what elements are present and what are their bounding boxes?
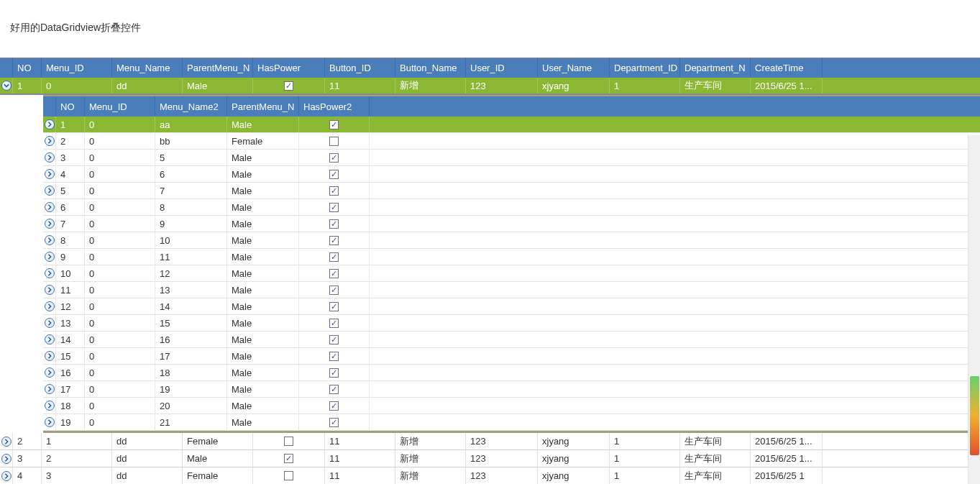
cell-parentmenu-n[interactable]: Female [183, 433, 253, 449]
cell-parentmenu-n[interactable]: Female [227, 133, 299, 149]
cell-parentmenu-n[interactable]: Male [227, 117, 299, 132]
checkbox-icon[interactable] [284, 437, 293, 446]
cell-haspower2[interactable] [299, 166, 370, 182]
checkbox-icon[interactable] [329, 352, 339, 361]
col-haspower2[interactable]: HasPower2 [299, 96, 370, 117]
row-expander[interactable] [43, 365, 56, 380]
cell-menu-name2[interactable]: 11 [155, 249, 227, 265]
cell-parentmenu-n[interactable]: Male [227, 365, 299, 380]
checkbox-icon[interactable] [329, 385, 339, 394]
cell-parentmenu-n[interactable]: Male [183, 78, 253, 93]
cell-menu-id[interactable]: 0 [85, 183, 155, 198]
col-button-name[interactable]: Button_Name [395, 58, 466, 78]
cell-haspower2[interactable] [299, 332, 370, 347]
chevron-right-icon[interactable] [45, 417, 55, 427]
cell-user-id[interactable]: 123 [466, 467, 538, 484]
cell-haspower2[interactable] [299, 414, 370, 430]
cell-menu-name2[interactable]: aa [155, 117, 227, 132]
col-no[interactable]: NO [56, 96, 85, 117]
row-expander[interactable] [43, 282, 56, 298]
cell-department-n[interactable]: 生产车间 [680, 78, 751, 93]
cell-menu-name2[interactable]: 8 [155, 199, 227, 215]
checkbox-icon[interactable] [329, 302, 339, 311]
cell-department-id[interactable]: 1 [610, 433, 680, 449]
cell-menu-name2[interactable]: bb [155, 133, 227, 149]
col-button-id[interactable]: Button_ID [325, 58, 395, 78]
chevron-right-icon[interactable] [45, 301, 55, 311]
cell-menu-id[interactable]: 0 [85, 414, 155, 430]
cell-menu-id[interactable]: 0 [85, 133, 155, 149]
cell-menu-name2[interactable]: 9 [155, 216, 227, 232]
cell-menu-name2[interactable]: 5 [155, 150, 227, 165]
cell-user-id[interactable]: 123 [466, 78, 538, 93]
checkbox-icon[interactable] [329, 269, 339, 278]
cell-menu-id[interactable]: 0 [85, 348, 155, 364]
cell-button-name[interactable]: 新增 [395, 433, 466, 449]
row-expander[interactable] [43, 150, 56, 165]
col-no[interactable]: NO [13, 58, 42, 78]
cell-menu-name[interactable]: dd [112, 450, 183, 467]
row-expander[interactable] [43, 183, 56, 198]
chevron-right-icon[interactable] [45, 252, 55, 262]
cell-no[interactable]: 4 [13, 467, 42, 484]
child-row[interactable]: 13 0 15 Male [43, 315, 980, 332]
chevron-right-icon[interactable] [45, 285, 55, 295]
checkbox-icon[interactable] [329, 170, 339, 179]
cell-menu-id[interactable]: 0 [85, 249, 155, 265]
cell-parentmenu-n[interactable]: Male [227, 265, 299, 281]
cell-parentmenu-n[interactable]: Male [227, 232, 299, 248]
cell-menu-name2[interactable]: 13 [155, 282, 227, 298]
cell-no[interactable]: 11 [56, 282, 85, 298]
cell-menu-name2[interactable]: 20 [155, 398, 227, 414]
col-createtime[interactable]: CreateTime [751, 58, 823, 78]
cell-menu-name2[interactable]: 21 [155, 414, 227, 430]
child-row[interactable]: 5 0 7 Male [43, 183, 980, 199]
cell-haspower2[interactable] [299, 365, 370, 380]
cell-parentmenu-n[interactable]: Male [227, 216, 299, 232]
child-row[interactable]: 11 0 13 Male [43, 282, 980, 298]
chevron-right-icon[interactable] [45, 318, 55, 328]
col-menu-id[interactable]: Menu_ID [85, 96, 155, 117]
row-expander[interactable] [43, 381, 56, 397]
checkbox-icon[interactable] [329, 203, 339, 212]
cell-menu-name2[interactable]: 17 [155, 348, 227, 364]
row-expander[interactable] [43, 199, 56, 215]
chevron-right-icon[interactable] [45, 186, 55, 196]
child-row[interactable]: 7 0 9 Male [43, 216, 980, 232]
checkbox-icon[interactable] [329, 319, 339, 328]
row-expander[interactable] [43, 117, 56, 132]
cell-parentmenu-n[interactable]: Female [183, 467, 253, 484]
col-haspower[interactable]: HasPower [253, 58, 325, 78]
child-row[interactable]: 8 0 10 Male [43, 232, 980, 249]
checkbox-icon[interactable] [329, 335, 339, 344]
cell-no[interactable]: 9 [56, 249, 85, 265]
checkbox-icon[interactable] [329, 236, 339, 245]
cell-menu-name2[interactable]: 18 [155, 365, 227, 380]
col-parentmenu-n[interactable]: ParentMenu_N [183, 58, 253, 78]
cell-parentmenu-n[interactable]: Male [227, 414, 299, 430]
cell-menu-id[interactable]: 0 [85, 216, 155, 232]
cell-menu-name[interactable]: dd [112, 467, 183, 484]
col-department-n[interactable]: Department_N [680, 58, 751, 78]
cell-haspower[interactable] [253, 433, 325, 449]
cell-no[interactable]: 2 [56, 133, 85, 149]
cell-menu-name2[interactable]: 6 [155, 166, 227, 182]
cell-no[interactable]: 14 [56, 332, 85, 347]
cell-menu-name2[interactable]: 14 [155, 298, 227, 314]
cell-menu-id[interactable]: 0 [85, 398, 155, 414]
chevron-right-icon[interactable] [45, 367, 55, 378]
cell-menu-name2[interactable]: 15 [155, 315, 227, 331]
col-parentmenu-n[interactable]: ParentMenu_N [227, 96, 299, 117]
cell-parentmenu-n[interactable]: Male [227, 183, 299, 198]
col-menu-id[interactable]: Menu_ID [42, 58, 112, 78]
cell-menu-id[interactable]: 0 [85, 199, 155, 215]
cell-haspower2[interactable] [299, 150, 370, 165]
cell-parentmenu-n[interactable]: Male [227, 150, 299, 165]
cell-department-id[interactable]: 1 [610, 78, 680, 93]
col-user-name[interactable]: User_Name [538, 58, 610, 78]
child-row[interactable]: 9 0 11 Male [43, 249, 980, 265]
cell-button-id[interactable]: 11 [325, 450, 395, 467]
cell-menu-id[interactable]: 0 [85, 298, 155, 314]
cell-department-n[interactable]: 生产车间 [680, 467, 751, 484]
checkbox-icon[interactable] [329, 368, 339, 378]
